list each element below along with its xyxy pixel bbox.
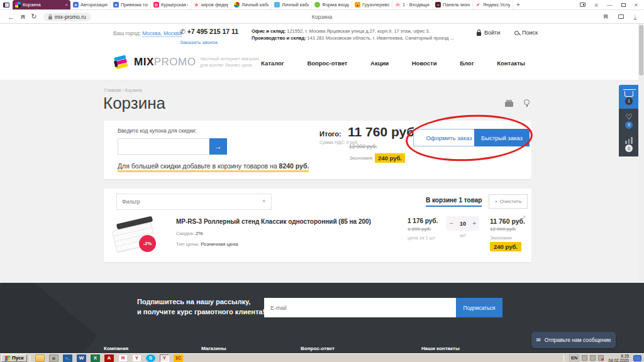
qty-plus-button[interactable]: + bbox=[472, 220, 476, 227]
clear-cart-button[interactable]: ×Очистить bbox=[489, 194, 528, 209]
browser-tab[interactable]: Панель монито bbox=[433, 0, 473, 9]
tab-close-icon[interactable]: × bbox=[65, 2, 68, 8]
clear-icon: × bbox=[495, 199, 498, 204]
browser-tab[interactable]: Привязка това bbox=[111, 0, 151, 9]
language-indicator[interactable]: EN bbox=[569, 354, 579, 361]
clock[interactable]: 8:35 04.02.2020 bbox=[606, 354, 631, 362]
nav-item-promos[interactable]: Акции bbox=[370, 60, 389, 67]
city-link[interactable]: Москва, Москва bbox=[142, 30, 182, 37]
site-logo[interactable]: MIXPROMO bbox=[113, 54, 196, 70]
browser-tab[interactable]: Личный кабин bbox=[272, 0, 312, 9]
screen: Корзина × Авторизация, р Привязка това К… bbox=[0, 0, 644, 362]
floating-compare-button[interactable]: 0 bbox=[619, 133, 639, 156]
close-icon[interactable]: × bbox=[635, 2, 638, 8]
secure-lock-icon bbox=[48, 16, 52, 19]
browser-tab[interactable]: Личный кабин bbox=[231, 0, 272, 9]
browser-tab[interactable]: Курьерская слу bbox=[151, 0, 191, 9]
tab-panel-icon[interactable] bbox=[0, 0, 13, 9]
floating-widget: 1 ♡ 0 0 bbox=[619, 85, 639, 156]
coupon-input[interactable] bbox=[118, 138, 209, 155]
footer-col-company[interactable]: Компания bbox=[104, 346, 128, 351]
filter-clear-icon[interactable]: × bbox=[262, 198, 265, 204]
download-icon[interactable]: ↓ bbox=[634, 14, 637, 19]
reload-icon[interactable]: ↻ bbox=[31, 13, 36, 21]
tray-icon-1[interactable] bbox=[582, 355, 587, 361]
tray-icon-2[interactable] bbox=[590, 355, 596, 361]
site-header-top: Ваш город: Москва, Москва ✆ +7 495 215 1… bbox=[0, 24, 644, 45]
browser-tab[interactable]: киров федерал bbox=[191, 0, 231, 9]
quantity-stepper: − 10 + bbox=[447, 216, 479, 231]
footer-col-stores[interactable]: Магазины bbox=[201, 346, 226, 351]
taskbar-powershell-icon[interactable]: >_ bbox=[63, 354, 72, 362]
browser-tab-active[interactable]: Корзина × bbox=[13, 0, 70, 9]
floating-cart-button[interactable]: 1 bbox=[619, 85, 639, 109]
nav-item-contacts[interactable]: Контакты bbox=[497, 60, 525, 67]
yandex-icon[interactable]: Я bbox=[21, 14, 25, 20]
taskbar-excel-icon[interactable]: X bbox=[91, 354, 100, 362]
maximize-icon[interactable] bbox=[621, 3, 626, 7]
qty-minus-button[interactable]: − bbox=[450, 220, 453, 227]
logo-tagline: Честный интернет магазин для коллег бизн… bbox=[200, 56, 259, 69]
taskbar-1c-icon[interactable]: 1С bbox=[174, 354, 183, 362]
cart-count-label: В корзине 1 товар bbox=[426, 197, 482, 207]
taskbar-yandex-app-icon[interactable]: Я bbox=[118, 354, 128, 362]
qty-value[interactable]: 10 bbox=[460, 221, 466, 227]
product-image[interactable]: -2% bbox=[111, 215, 163, 256]
email-field[interactable] bbox=[264, 298, 456, 317]
browser-tab[interactable]: Яндекс.Услуги bbox=[473, 0, 513, 9]
browser-address-bar: ← Я ↻ mix-promo.ru Корзина ↓ bbox=[0, 10, 644, 24]
browser-tab[interactable]: Авторизация, р bbox=[70, 0, 111, 9]
minimize-icon[interactable]: — bbox=[607, 2, 613, 8]
url-field[interactable]: mix-promo.ru bbox=[43, 13, 91, 21]
collections-icon[interactable] bbox=[618, 14, 624, 19]
product-discount: Скидка: 2% bbox=[176, 231, 203, 236]
search-button[interactable]: Поиск bbox=[514, 30, 538, 36]
nav-item-catalog[interactable]: Каталог bbox=[261, 60, 284, 67]
browser-menu-icon[interactable]: ≡ bbox=[594, 2, 597, 8]
footer-col-faq[interactable]: Вопрос-ответ bbox=[301, 346, 335, 351]
product-title[interactable]: MP-RS-3 Роллерный стенд Классик одностор… bbox=[176, 217, 393, 226]
browser-tab[interactable]: Грузоперевозк bbox=[352, 0, 392, 9]
taskbar-skype-icon[interactable]: S bbox=[146, 354, 155, 362]
floating-wishlist-button[interactable]: ♡ 0 bbox=[619, 109, 639, 133]
filter-input[interactable] bbox=[116, 194, 272, 210]
back-icon[interactable]: ← bbox=[8, 13, 14, 21]
window-controls: ≡ — × bbox=[580, 0, 644, 9]
cart-count-badge: 1 bbox=[625, 97, 633, 105]
page-title: Корзина bbox=[103, 94, 165, 113]
quick-order-button[interactable]: Быстрый заказ bbox=[474, 129, 530, 146]
logo-text-promo: PROMO bbox=[154, 56, 196, 68]
print-icon[interactable] bbox=[505, 102, 513, 107]
scrollbar-thumb[interactable] bbox=[639, 25, 643, 75]
lightbulb-icon[interactable] bbox=[524, 99, 530, 105]
city-selector: Ваш город: Москва, Москва bbox=[113, 30, 182, 36]
nav-item-faq[interactable]: Вопрос-ответ bbox=[307, 60, 347, 67]
taskbar-yandex-browser-icon[interactable]: Y bbox=[132, 354, 142, 362]
nav-item-blog[interactable]: Блог bbox=[460, 60, 474, 67]
subscribe-button[interactable]: Подписаться bbox=[456, 298, 502, 317]
document-title: Корзина bbox=[0, 14, 644, 20]
footer-col-contacts[interactable]: Наши контакты bbox=[421, 346, 460, 351]
breadcrumb[interactable]: Главная - Корзина bbox=[104, 88, 142, 92]
taskbar-devices-icon[interactable]: ▦ bbox=[49, 354, 58, 362]
nav-item-news[interactable]: Новости bbox=[412, 60, 437, 67]
bookmark-icon[interactable] bbox=[604, 14, 608, 19]
site-header-main: MIXPROMO Честный интернет магазин для ко… bbox=[0, 45, 644, 80]
taskbar-acrobat-icon[interactable]: A bbox=[104, 354, 114, 362]
chat-button[interactable]: ✉ Отправьте нам сообщение bbox=[531, 332, 616, 348]
browser-tab[interactable]: Форма входа в bbox=[312, 0, 352, 9]
sidebar-panel-icon[interactable] bbox=[580, 3, 586, 7]
total-label: Итого: bbox=[319, 130, 341, 138]
start-button[interactable]: Пуск bbox=[1, 354, 27, 362]
savings-badge: 240 руб. bbox=[375, 153, 405, 163]
taskbar-explorer-icon[interactable] bbox=[35, 354, 45, 362]
show-desktop-button[interactable] bbox=[633, 355, 641, 361]
browser-tab[interactable]: 1 · Входящие - bbox=[392, 0, 433, 9]
windows-logo-icon bbox=[5, 355, 10, 361]
login-button[interactable]: Войти bbox=[477, 30, 500, 36]
tray-volume-muted-icon[interactable] bbox=[598, 355, 604, 361]
coupon-submit-button[interactable]: → bbox=[209, 138, 227, 155]
taskbar-word-icon[interactable]: W bbox=[77, 354, 86, 362]
taskbar-yandex-browser-active-icon[interactable]: Y bbox=[160, 354, 169, 362]
new-tab-button[interactable]: + bbox=[513, 0, 523, 9]
